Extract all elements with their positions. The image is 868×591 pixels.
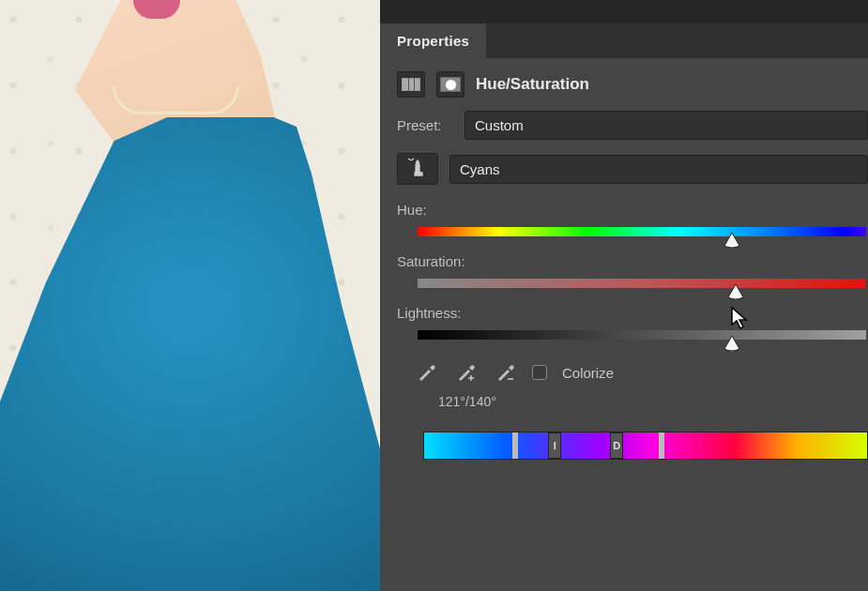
saturation-track[interactable] [418,279,866,288]
saturation-knob[interactable] [727,284,744,299]
hue-range-readout: 121°/140° [438,394,868,409]
hue-label: Hue: [397,202,868,218]
photo-placeholder [0,0,380,591]
saturation-label: Saturation: [397,253,868,269]
hue-knob[interactable] [723,233,740,248]
preset-label: Preset: [397,117,453,133]
eyedropper-add-icon[interactable] [453,360,478,385]
eyedropper-icon[interactable] [414,360,438,385]
hand-icon [407,158,428,180]
hue-slider: Hue: [397,202,868,236]
range-marker-1[interactable]: I [548,432,561,459]
targeted-adjustment-button[interactable] [397,153,438,185]
tab-properties[interactable]: Properties [380,23,486,58]
colorize-label: Colorize [562,365,614,381]
preset-dropdown[interactable]: Custom [464,111,868,140]
preset-row: Preset: Custom [397,111,868,140]
lightness-slider: Lightness: [397,305,868,340]
panel-tabbar: Properties [380,23,868,58]
range-marker-2[interactable]: D [610,432,623,459]
properties-panel: Properties Hue/Saturation Preset: Custom… [380,0,868,591]
colorize-checkbox[interactable] [532,365,547,380]
range-bracket-right[interactable] [659,432,664,459]
channel-row: Cyans [397,153,868,185]
eyedropper-row: Colorize [414,360,868,385]
saturation-slider: Saturation: [397,253,868,288]
lightness-label: Lightness: [397,305,868,321]
adjustment-icon[interactable] [397,71,425,98]
hue-track[interactable] [418,227,866,236]
lightness-track[interactable] [418,330,866,340]
range-bracket-left[interactable] [512,432,518,459]
mouse-cursor [730,306,749,330]
channel-dropdown[interactable]: Cyans [449,155,868,184]
mask-icon[interactable] [436,71,464,98]
eyedropper-subtract-icon[interactable] [493,360,517,385]
lightness-knob[interactable] [723,336,740,351]
color-range-spectrum[interactable]: I D [423,432,868,460]
image-canvas[interactable] [0,0,380,591]
adjustment-title-row: Hue/Saturation [397,71,868,98]
adjustment-title: Hue/Saturation [476,75,589,94]
